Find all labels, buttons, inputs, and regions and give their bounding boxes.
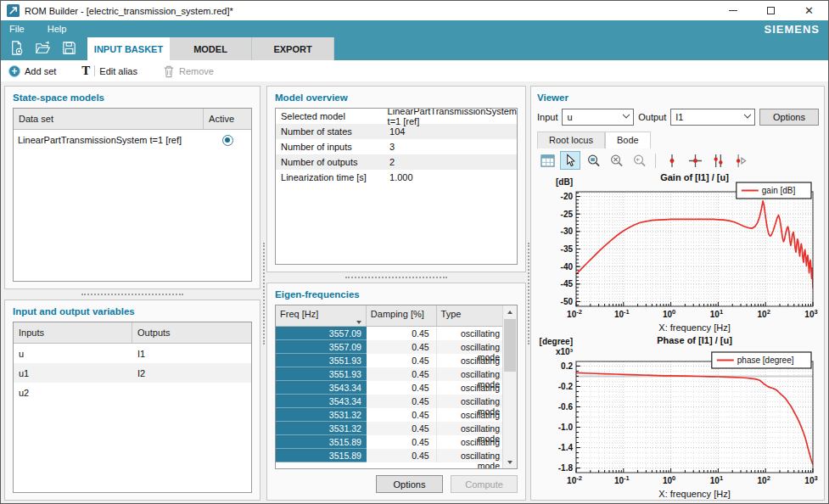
- type-cell: oscillating mode: [437, 449, 502, 462]
- table-row[interactable]: 3543.340.45oscillating mode: [276, 395, 502, 408]
- svg-text:[degree]: [degree]: [540, 337, 573, 346]
- freq-cell: 3557.09: [276, 340, 367, 354]
- remove-button[interactable]: Remove: [163, 64, 214, 78]
- inputs-column-header[interactable]: Inputs: [14, 322, 132, 343]
- active-column-header[interactable]: Active: [204, 109, 251, 129]
- tab-root-locus[interactable]: Root locus: [537, 132, 605, 148]
- svg-text:x10³: x10³: [556, 347, 574, 356]
- eigen-scrollbar[interactable]: [502, 305, 517, 468]
- tab-bode[interactable]: Bode: [605, 132, 651, 148]
- menu-help[interactable]: Help: [48, 24, 67, 34]
- type-cell: oscillating mode: [437, 422, 502, 435]
- table-row[interactable]: 3551.930.45oscillating mode: [276, 354, 502, 367]
- model-overview-title: Model overview: [275, 92, 518, 103]
- cursor-add-button[interactable]: [662, 151, 682, 170]
- plot-properties-button[interactable]: [537, 151, 557, 170]
- cursor-cross-button[interactable]: [685, 151, 705, 170]
- active-radio[interactable]: [222, 135, 233, 146]
- table-icon: [541, 154, 555, 167]
- gain-chart[interactable]: 10-210-1100101102103-20-25-30-35-40-45-5…: [537, 171, 820, 334]
- svg-text:0.2: 0.2: [561, 361, 573, 371]
- table-row: Linearization time [s]1.000: [276, 170, 517, 185]
- viewer-panel: Viewer Input u Output I1 Options Root l: [530, 86, 825, 501]
- minimize-button[interactable]: [714, 1, 752, 20]
- svg-text:-25: -25: [561, 210, 574, 219]
- select-cursor-button[interactable]: [560, 151, 580, 170]
- table-row[interactable]: u2: [14, 383, 251, 402]
- compute-button[interactable]: Compute: [451, 475, 518, 493]
- new-file-button[interactable]: [8, 40, 25, 56]
- scroll-down-button[interactable]: [503, 456, 517, 468]
- table-row[interactable]: 3551.930.45oscillating mode: [276, 367, 502, 381]
- svg-text:-0.6: -0.6: [558, 402, 574, 412]
- svg-text:-35: -35: [561, 244, 574, 254]
- table-row[interactable]: 3557.090.45oscillating mode: [276, 340, 502, 354]
- output-select[interactable]: I1: [670, 109, 755, 126]
- table-row[interactable]: 3531.320.45oscillating mode: [276, 422, 502, 435]
- svg-text:-1.4: -1.4: [558, 443, 574, 452]
- table-row[interactable]: 3557.090.45oscillating mode: [276, 327, 502, 340]
- add-set-button[interactable]: + Add set: [8, 65, 56, 77]
- viewer-options-button[interactable]: Options: [759, 109, 819, 126]
- table-row[interactable]: 3515.890.45oscillating mode: [276, 449, 502, 462]
- cursor-pin-icon: [667, 154, 677, 168]
- svg-text:102: 102: [758, 474, 770, 486]
- svg-text:101: 101: [710, 474, 723, 486]
- type-cell: oscillating mode: [437, 395, 502, 408]
- zoom-previous-button[interactable]: [629, 151, 649, 170]
- scroll-up-button[interactable]: [503, 305, 517, 318]
- overview-value: 104: [386, 126, 517, 137]
- open-file-button[interactable]: [35, 40, 51, 56]
- table-row[interactable]: u1I2: [14, 363, 251, 383]
- tab-model[interactable]: MODEL: [170, 37, 252, 60]
- horizontal-splitter[interactable]: [266, 272, 526, 283]
- options-button[interactable]: Options: [376, 475, 443, 493]
- toolbar-separator: [655, 154, 656, 168]
- freq-cell: 3551.93: [276, 354, 367, 367]
- cursor-icon: [564, 154, 577, 167]
- outputs-column-header[interactable]: Outputs: [132, 322, 251, 343]
- sort-descending-icon: [356, 321, 361, 324]
- close-button[interactable]: ✕: [790, 1, 828, 20]
- maximize-button[interactable]: [752, 1, 790, 20]
- dataset-column-header[interactable]: Data set: [14, 109, 204, 129]
- damping-cell: 0.45: [367, 340, 437, 354]
- cursor-pair-button[interactable]: [708, 151, 728, 170]
- table-row[interactable]: 3515.890.45oscillating mode: [276, 435, 502, 449]
- freq-cell: 3543.34: [276, 395, 367, 408]
- table-row[interactable]: uI1: [14, 344, 251, 363]
- type-cell: oscillating mode: [437, 367, 502, 381]
- app-icon: [7, 4, 20, 17]
- input-select[interactable]: u: [562, 109, 634, 126]
- svg-text:[dB]: [dB]: [556, 177, 573, 187]
- damping-column-header[interactable]: Damping [%]: [367, 305, 437, 326]
- io-variables-title: Input and output variables: [13, 306, 252, 316]
- zoom-out-icon: [609, 154, 624, 168]
- table-row[interactable]: 3543.340.45oscillating mode: [276, 381, 502, 395]
- freq-cell: 3515.89: [276, 435, 367, 449]
- damping-cell: 0.45: [367, 449, 437, 462]
- zoom-out-button[interactable]: [606, 151, 626, 170]
- state-space-table: Data set Active LinearPartTransmissionSy…: [13, 108, 252, 282]
- zoom-rect-button[interactable]: [583, 151, 603, 170]
- cursor-track-button[interactable]: [731, 151, 751, 170]
- io-variables-table: Inputs Outputs uI1u1I2u2: [13, 322, 252, 493]
- table-row[interactable]: 3531.320.45oscillating mode: [276, 408, 502, 422]
- phase-chart[interactable]: 10-210-11001011021030.2-0.2-0.6-1.0-1.4-…: [537, 334, 820, 501]
- output-label: Output: [638, 112, 666, 122]
- vertical-splitter[interactable]: [260, 86, 266, 501]
- horizontal-splitter[interactable]: [4, 289, 260, 300]
- edit-alias-label: Edit alias: [99, 66, 137, 76]
- tab-input-basket[interactable]: INPUT BASKET: [87, 37, 170, 60]
- tab-export[interactable]: EXPORT: [252, 37, 334, 60]
- menu-file[interactable]: File: [9, 24, 25, 34]
- svg-text:-30: -30: [561, 227, 574, 236]
- freq-column-header[interactable]: Freq [Hz]: [276, 305, 367, 326]
- scrollbar-thumb[interactable]: [504, 319, 516, 372]
- type-column-header[interactable]: Type: [437, 305, 502, 326]
- freq-cell: 3515.89: [276, 449, 367, 462]
- save-file-button[interactable]: [61, 40, 77, 56]
- cursor-cross-icon: [688, 154, 703, 168]
- edit-alias-button[interactable]: T Edit alias: [81, 64, 137, 78]
- table-row[interactable]: LinearPartTransmissionSystem t=1 [ref]: [14, 130, 251, 150]
